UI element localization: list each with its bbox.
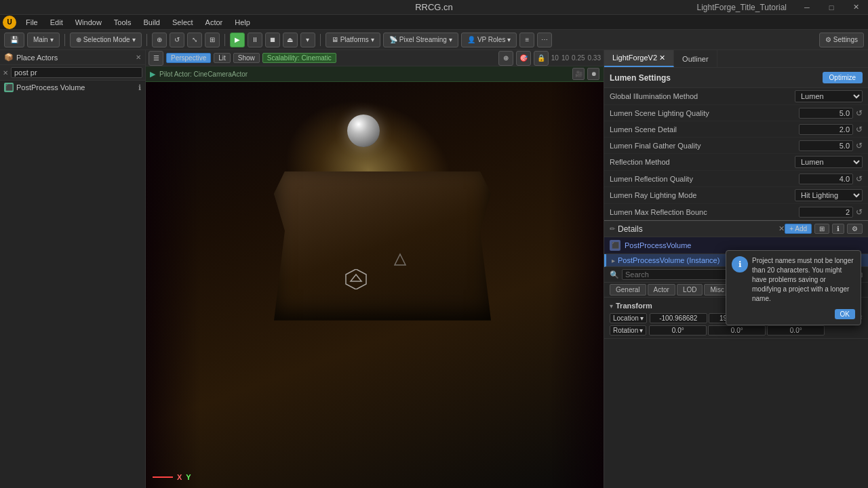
details-icon-btn2[interactable]: ℹ — [832, 224, 844, 234]
notif-ok-button[interactable]: OK — [835, 309, 855, 319]
lumen-title: Lumen Settings — [610, 73, 671, 83]
rotate-button[interactable]: ↺ — [170, 33, 184, 47]
scene-anvil — [274, 171, 491, 321]
cat-actor[interactable]: Actor — [648, 284, 675, 296]
pilot-bar: ▶ Pilot Actor: CineCameraActor 🎥 ⏺ — [146, 66, 604, 82]
lmrb-value: 2 — [799, 207, 853, 218]
show-button[interactable]: Show — [233, 53, 260, 63]
viewport-menu-button[interactable]: ☰ — [149, 51, 163, 66]
scene-sphere — [347, 115, 380, 147]
vp-snap-button[interactable]: ⊕ — [498, 51, 513, 66]
lfgq-label: Lumen Final Gather Quality — [610, 142, 799, 150]
streaming-dropdown[interactable]: 📡 Pixel Streaming ▾ — [383, 33, 458, 47]
lsd-refresh[interactable]: ↺ — [856, 125, 863, 134]
menu-file[interactable]: File — [20, 17, 43, 28]
menu-build[interactable]: Build — [138, 17, 165, 28]
maximize-button[interactable]: □ — [819, 0, 844, 15]
menu-help[interactable]: Help — [229, 17, 256, 28]
details-icon-btn1[interactable]: ⊞ — [814, 224, 829, 234]
lumen-settings-header: Lumen Settings Optimize — [604, 68, 868, 88]
details-close[interactable]: ✕ — [778, 224, 785, 233]
rm-dropdown[interactable]: Lumen — [795, 156, 863, 168]
settings-button[interactable]: ⚙ Settings — [819, 33, 864, 47]
menu-tools[interactable]: Tools — [108, 17, 137, 28]
skip-button[interactable]: ⏸ — [248, 33, 262, 47]
rotation-z-input[interactable] — [767, 325, 825, 336]
notif-icon: ℹ — [732, 256, 748, 272]
misc-button[interactable]: ⋯ — [537, 33, 552, 47]
scene-background: X Y — [146, 82, 604, 488]
vp-roles-dropdown[interactable]: 👤 VP Roles ▾ — [461, 33, 517, 47]
location-x-input[interactable] — [650, 313, 707, 323]
optimize-button[interactable]: Optimize — [823, 72, 863, 83]
vp-grid-button[interactable]: 🎯 — [516, 51, 531, 66]
pp-name[interactable]: PostProcessVolume — [625, 241, 691, 249]
reflection-quality-row: Lumen Reflection Quality 4.0 ↺ — [604, 171, 868, 187]
scene-left-curtain — [146, 82, 200, 488]
rotation-y-input[interactable] — [708, 325, 766, 336]
place-actors-label: Place Actors — [16, 54, 58, 62]
add-button[interactable]: + Add — [785, 224, 812, 234]
lslq-refresh[interactable]: ↺ — [856, 108, 863, 118]
vp-lock-button[interactable]: 🔒 — [534, 51, 549, 66]
axis-y-label: Y — [186, 473, 191, 481]
cat-general[interactable]: General — [610, 284, 646, 296]
cat-lod[interactable]: LOD — [677, 284, 703, 296]
eject-button[interactable]: ⏏ — [283, 33, 298, 47]
cam-icon-2[interactable]: ⏺ — [587, 68, 599, 80]
viewport[interactable]: X Y — [146, 82, 604, 488]
lmrb-refresh[interactable]: ↺ — [856, 207, 863, 217]
menu-select[interactable]: Select — [167, 17, 199, 28]
close-button[interactable]: ✕ — [844, 0, 868, 15]
rotation-x-input[interactable] — [649, 325, 707, 336]
menu-actor[interactable]: Actor — [200, 17, 229, 28]
lslq-label: Lumen Scene Lighting Quality — [610, 109, 799, 117]
save-button[interactable]: 💾 — [4, 33, 24, 47]
global-illumination-row: Global Illumination Method Lumen — [604, 88, 868, 105]
transform-expand-icon: ▾ — [610, 302, 613, 310]
info-icon[interactable]: ℹ — [138, 83, 141, 92]
minimize-button[interactable]: ─ — [795, 0, 819, 15]
place-actors-close[interactable]: ✕ — [136, 54, 141, 61]
window-controls: ─ □ ✕ — [795, 0, 868, 15]
platforms-dropdown[interactable]: 🖥 Platforms ▾ — [326, 33, 380, 47]
snap-button[interactable]: ⊞ — [205, 33, 220, 47]
location-type[interactable]: Location ▾ — [610, 313, 647, 323]
main-dropdown[interactable]: Main ▾ — [27, 33, 60, 47]
notification-popup: ℹ Project names must not be longer than … — [726, 250, 861, 325]
axis-x-label: X — [177, 473, 182, 481]
lrlm-dropdown[interactable]: Hit Lighting — [795, 189, 863, 201]
app-logo: U — [3, 16, 16, 29]
menu-window[interactable]: Window — [70, 17, 107, 28]
lmrb-label: Lumen Max Reflection Bounc — [610, 208, 799, 216]
play-button[interactable]: ▶ — [230, 33, 245, 47]
net-button[interactable]: ≡ — [519, 33, 534, 47]
post-process-volume-item[interactable]: ⬛ PostProcess Volume ℹ — [0, 81, 145, 94]
menu-bar: U File Edit Window Tools Build Select Ac… — [0, 15, 868, 30]
menu-edit[interactable]: Edit — [45, 17, 68, 28]
search-clear[interactable]: ✕ — [3, 69, 8, 77]
gi-dropdown[interactable]: Lumen — [795, 90, 863, 102]
vp-num1: 10 — [551, 54, 559, 62]
selection-mode-button[interactable]: ⊕ Selection Mode ▾ — [70, 33, 142, 47]
lfgq-refresh[interactable]: ↺ — [856, 141, 863, 150]
place-actors-tab[interactable]: 📦 Place Actors ✕ — [0, 50, 145, 65]
details-icon-btn3[interactable]: ⚙ — [847, 224, 863, 234]
svg-marker-0 — [351, 274, 361, 281]
rotation-type[interactable]: Rotation ▾ — [610, 325, 646, 336]
outliner-tab[interactable]: Outliner — [674, 50, 717, 67]
scale-button[interactable]: ⤡ — [187, 33, 202, 47]
lightforge-tab[interactable]: LightForgeV2 ✕ — [604, 50, 674, 67]
lrq-refresh[interactable]: ↺ — [856, 174, 863, 184]
post-process-volume-icon: ⬛ — [4, 83, 14, 92]
perspective-button[interactable]: Perspective — [166, 53, 211, 63]
lit-button[interactable]: Lit — [214, 53, 231, 63]
pilot-arrow: ▶ — [150, 70, 155, 79]
cam-icon-1[interactable]: 🎥 — [572, 68, 585, 80]
play-options-button[interactable]: ▾ — [300, 33, 315, 47]
vp-num4: 0.33 — [588, 54, 601, 62]
translate-button[interactable]: ⊕ — [152, 33, 167, 47]
stop-button[interactable]: ⏹ — [265, 33, 280, 47]
location-chevron: ▾ — [640, 314, 644, 322]
search-input[interactable] — [11, 67, 142, 78]
